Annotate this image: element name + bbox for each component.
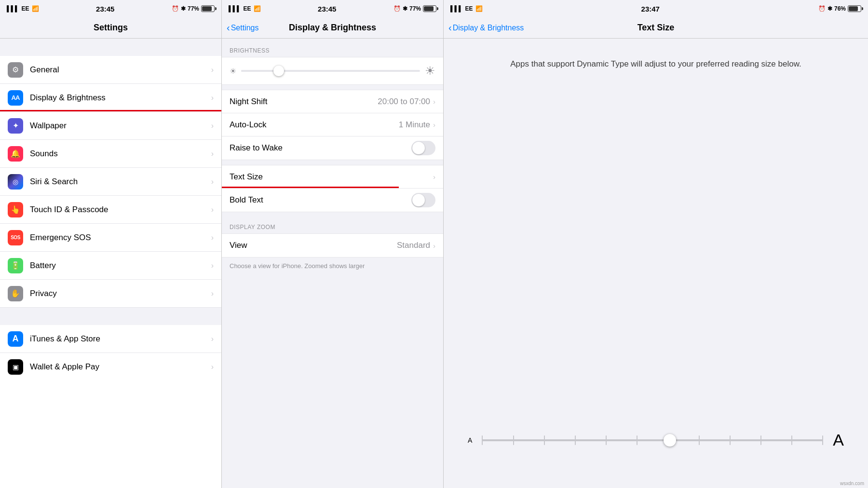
- night-shift-row[interactable]: Night Shift 20:00 to 07:00 ›: [222, 90, 443, 113]
- auto-lock-chevron: ›: [433, 121, 435, 129]
- touchid-icon: 👆: [8, 202, 23, 217]
- raise-to-wake-knob: [412, 142, 425, 154]
- bold-text-label: Bold Text: [230, 195, 411, 205]
- wifi-icon: 📶: [32, 5, 39, 12]
- battery-icon-right: [848, 5, 861, 12]
- tick-2: [513, 435, 514, 445]
- text-size-row[interactable]: Text Size ›: [222, 165, 443, 189]
- sos-label: Emergency SOS: [30, 233, 211, 243]
- back-button-mid[interactable]: ‹ Settings: [227, 22, 258, 33]
- tick-11: [791, 435, 792, 445]
- status-right-left: ⏰ ✱ 77%: [172, 5, 215, 12]
- night-shift-label: Night Shift: [230, 97, 378, 107]
- settings-row-general[interactable]: ⚙ General ›: [0, 56, 221, 84]
- top-gap: [0, 39, 221, 56]
- display-label: Display & Brightness: [30, 93, 211, 103]
- display-brightness-title: Display & Brightness: [289, 23, 376, 33]
- sounds-icon: 🔔: [8, 146, 23, 162]
- status-right-right: ⏰ ✱ 76%: [818, 5, 861, 12]
- siri-chevron: ›: [211, 177, 214, 186]
- general-label: General: [30, 65, 211, 75]
- dynamic-type-description: Apps that support Dynamic Type will adju…: [444, 39, 868, 70]
- wallet-label: Wallet & Apple Pay: [30, 362, 211, 372]
- brightness-slider-container: ☀ ☀: [222, 57, 443, 84]
- display-underline: [0, 110, 221, 111]
- tick-3: [544, 435, 545, 445]
- settings-row-battery[interactable]: 🔋 Battery ›: [0, 252, 221, 280]
- auto-lock-row[interactable]: Auto-Lock 1 Minute ›: [222, 113, 443, 136]
- battery-label: Battery: [30, 261, 211, 271]
- carrier-right: EE: [465, 5, 473, 12]
- wifi-icon-right: 📶: [475, 5, 483, 12]
- small-a: A: [468, 436, 472, 444]
- view-row[interactable]: View Standard ›: [222, 234, 443, 257]
- alarm-icon-mid: ⏰: [393, 5, 401, 12]
- settings-row-privacy[interactable]: ✋ Privacy ›: [0, 280, 221, 308]
- settings-row-itunes[interactable]: A iTunes & App Store ›: [0, 325, 221, 353]
- general-icon: ⚙: [8, 62, 23, 78]
- status-bar-middle: ▌▌▌ EE 📶 23:45 ⏰ ✱ 77%: [222, 0, 443, 17]
- status-bar-left: ▌▌▌ EE 📶 23:45 ⏰ ✱ 77%: [0, 0, 221, 17]
- back-button-right[interactable]: ‹ Display & Brightness: [448, 22, 524, 33]
- signal-bars: ▌▌▌: [7, 5, 19, 12]
- bold-text-toggle[interactable]: [411, 193, 435, 207]
- nav-bar-mid: ‹ Settings Display & Brightness: [222, 17, 443, 39]
- sounds-chevron: ›: [211, 149, 214, 158]
- status-time-right: 23:47: [641, 5, 660, 13]
- text-settings-section: Text Size › Bold Text: [222, 165, 443, 212]
- settings-row-touchid[interactable]: 👆 Touch ID & Passcode ›: [0, 196, 221, 224]
- text-size-label: Text Size: [230, 172, 433, 182]
- general-chevron: ›: [211, 66, 214, 74]
- bluetooth-icon: ✱: [181, 5, 186, 12]
- brightness-slider-row: ☀ ☀: [230, 64, 435, 78]
- sos-icon: SOS: [8, 230, 23, 245]
- siri-icon: ◎: [8, 174, 23, 190]
- wallpaper-chevron: ›: [211, 122, 214, 130]
- brightness-thumb: [273, 66, 284, 76]
- auto-lock-value: 1 Minute: [399, 120, 430, 130]
- battery-chevron: ›: [211, 261, 214, 270]
- text-size-chevron: ›: [433, 173, 435, 181]
- large-a: A: [833, 431, 844, 449]
- sos-chevron: ›: [211, 233, 214, 242]
- display-zoom-wrap: DISPLAY ZOOM View Standard › Choose a vi…: [222, 217, 443, 274]
- display-brightness-panel: ▌▌▌ EE 📶 23:45 ⏰ ✱ 77% ‹ Settings Displa…: [222, 0, 444, 488]
- status-left: ▌▌▌ EE 📶: [7, 5, 39, 12]
- general-settings-section: Night Shift 20:00 to 07:00 › Auto-Lock 1…: [222, 90, 443, 160]
- brightness-slider[interactable]: [241, 70, 420, 72]
- settings-row-sounds[interactable]: 🔔 Sounds ›: [0, 140, 221, 168]
- raise-to-wake-row[interactable]: Raise to Wake: [222, 136, 443, 160]
- privacy-label: Privacy: [30, 289, 211, 298]
- tick-9: [730, 435, 731, 445]
- status-bar-right: ▌▌▌ EE 📶 23:47 ⏰ ✱ 76%: [444, 0, 868, 17]
- text-size-panel: ▌▌▌ EE 📶 23:47 ⏰ ✱ 76% ‹ Display & Brigh…: [444, 0, 868, 488]
- back-chevron-right: ‹: [448, 22, 452, 33]
- sun-large-icon: ☀: [425, 64, 435, 78]
- status-right-mid: ⏰ ✱ 77%: [393, 5, 436, 12]
- tick-12: [822, 435, 823, 445]
- raise-to-wake-toggle[interactable]: [411, 141, 435, 155]
- brightness-fill: [241, 70, 277, 72]
- settings-row-sos[interactable]: SOS Emergency SOS ›: [0, 224, 221, 252]
- status-time-mid: 23:45: [318, 5, 336, 13]
- settings-row-wallpaper[interactable]: ✦ Wallpaper ›: [0, 112, 221, 140]
- settings-row-display[interactable]: AA Display & Brightness ›: [0, 84, 221, 112]
- sounds-label: Sounds: [30, 149, 211, 159]
- status-time-left: 23:45: [96, 5, 114, 13]
- text-size-slider-track[interactable]: [482, 439, 823, 441]
- battery-percent-left: 77%: [188, 5, 199, 12]
- signal-bars-right: ▌▌▌: [450, 5, 463, 12]
- battery-icon-row: 🔋: [8, 258, 23, 273]
- signal-bars-mid: ▌▌▌: [229, 5, 241, 12]
- tick-8: [699, 435, 700, 445]
- brightness-section: ☀ ☀: [222, 57, 443, 85]
- settings-row-wallet[interactable]: ▣ Wallet & Apple Pay ›: [0, 353, 221, 381]
- itunes-chevron: ›: [211, 335, 214, 343]
- text-size-title: Text Size: [637, 23, 675, 33]
- nav-bar-left: Settings: [0, 17, 221, 39]
- settings-row-siri[interactable]: ◎ Siri & Search ›: [0, 168, 221, 196]
- carrier-mid: EE: [244, 5, 251, 12]
- tick-4: [575, 435, 576, 445]
- text-size-underline: [222, 187, 399, 188]
- bold-text-row[interactable]: Bold Text: [222, 189, 443, 212]
